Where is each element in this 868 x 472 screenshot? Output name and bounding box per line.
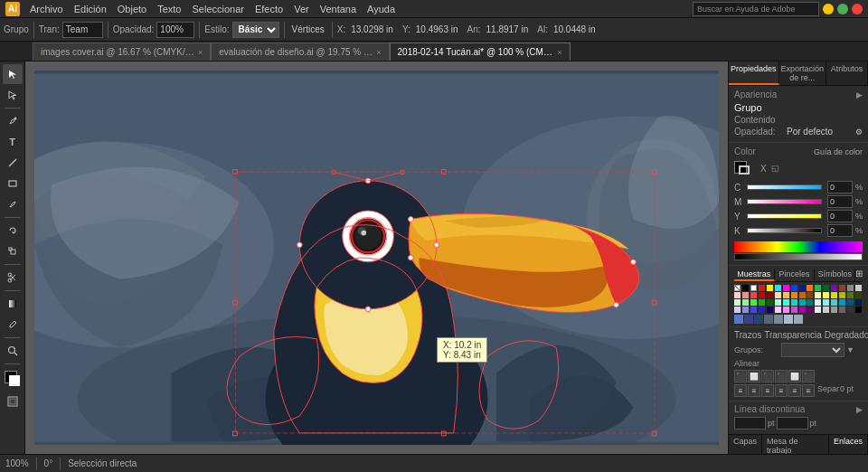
- swatch-none[interactable]: [734, 285, 741, 291]
- swatch-2-1[interactable]: [742, 292, 749, 298]
- color-guide-link[interactable]: Guía de color: [814, 147, 863, 156]
- swatch-3-10[interactable]: [815, 299, 821, 306]
- swatch-magenta[interactable]: [783, 285, 789, 291]
- align-right[interactable]: ⬛: [761, 370, 774, 382]
- swatch-2-10[interactable]: [815, 292, 821, 298]
- swatch-2-3[interactable]: [759, 292, 765, 298]
- swatch-2-2[interactable]: [750, 292, 757, 298]
- swatch-3-15[interactable]: [855, 299, 862, 306]
- grid-view-icon[interactable]: ⊞: [855, 269, 863, 281]
- distribute-3[interactable]: ≡: [761, 384, 774, 397]
- group-options[interactable]: ▼: [846, 345, 854, 354]
- swatch-lightgray[interactable]: [855, 285, 862, 291]
- swatch-extra-4[interactable]: [764, 315, 773, 324]
- brush-tool[interactable]: [3, 194, 23, 214]
- distribute-1[interactable]: ≡: [734, 384, 747, 397]
- bottom-tab-enlaces[interactable]: Enlaces: [829, 435, 868, 454]
- m-input[interactable]: [827, 195, 853, 208]
- line-tool[interactable]: [3, 153, 23, 173]
- swatch-4-13[interactable]: [839, 307, 845, 313]
- transform-input[interactable]: [62, 22, 103, 38]
- swatch-3-0[interactable]: [734, 299, 741, 306]
- align-left[interactable]: ⬛: [734, 370, 747, 382]
- swatch-2-14[interactable]: [847, 292, 854, 298]
- tab-exportacion[interactable]: Exportación de re...: [779, 61, 827, 85]
- menu-archivo[interactable]: Archivo: [25, 3, 68, 15]
- tab-simbolos[interactable]: Símbolos: [815, 269, 855, 281]
- none-fill-icon[interactable]: ◱: [771, 164, 779, 173]
- scissors-tool[interactable]: [3, 268, 23, 288]
- swatch-black[interactable]: [742, 285, 749, 291]
- swatch-orange[interactable]: [807, 285, 813, 291]
- swatch-4-14[interactable]: [847, 307, 854, 313]
- swatch-darkgreen[interactable]: [823, 285, 829, 291]
- swatch-3-2[interactable]: [750, 299, 757, 306]
- swatch-4-11[interactable]: [823, 307, 829, 313]
- align-center-h[interactable]: ⬜: [748, 370, 760, 382]
- tab-2-close[interactable]: ×: [557, 48, 561, 57]
- swatch-2-0[interactable]: [734, 292, 741, 298]
- bottom-tab-mesa[interactable]: Mesa de trabajo: [762, 435, 829, 454]
- swatch-yellow[interactable]: [767, 285, 773, 291]
- tab-1-close[interactable]: ×: [376, 48, 381, 57]
- tab-propiedades[interactable]: Propiedades: [729, 61, 779, 85]
- align-top[interactable]: ⬛: [775, 370, 788, 382]
- swatch-2-4[interactable]: [767, 292, 773, 298]
- trazos-tab[interactable]: Trazos: [734, 330, 761, 340]
- color-spectrum[interactable]: [734, 241, 863, 252]
- close-btn[interactable]: [852, 4, 863, 14]
- swatch-3-3[interactable]: [759, 299, 765, 306]
- swatch-4-1[interactable]: [742, 307, 749, 313]
- menu-objeto[interactable]: Objeto: [113, 3, 151, 15]
- swatch-3-4[interactable]: [767, 299, 773, 306]
- swatch-extra-2[interactable]: [744, 315, 753, 324]
- swatch-blue[interactable]: [791, 285, 797, 291]
- swatch-3-13[interactable]: [839, 299, 845, 306]
- rect-tool[interactable]: [3, 174, 23, 194]
- swatch-3-6[interactable]: [783, 299, 789, 306]
- linea-expand-icon[interactable]: ▶: [856, 405, 863, 414]
- swatch-brown[interactable]: [839, 285, 845, 291]
- swatch-4-8[interactable]: [799, 307, 806, 313]
- expand-icon[interactable]: ▶: [856, 90, 863, 99]
- maximize-btn[interactable]: [837, 4, 848, 14]
- tab-0[interactable]: images cover.ai @ 16.67 % (CMYK/Previsua…: [33, 42, 211, 61]
- k-input[interactable]: [827, 224, 853, 237]
- c-input[interactable]: [827, 181, 853, 194]
- lightness-bar[interactable]: [734, 253, 863, 260]
- swatch-4-10[interactable]: [815, 307, 821, 313]
- swatch-4-0[interactable]: [734, 307, 741, 313]
- zoom-tool[interactable]: [3, 341, 23, 361]
- menu-seleccionar[interactable]: Seleccionar: [187, 3, 248, 15]
- swatch-4-3[interactable]: [759, 307, 765, 313]
- swatch-3-9[interactable]: [807, 299, 813, 306]
- swatch-4-12[interactable]: [831, 307, 837, 313]
- swatch-2-8[interactable]: [799, 292, 806, 298]
- swatch-extra-3[interactable]: [754, 315, 763, 324]
- distribute-5[interactable]: ≡: [788, 384, 801, 397]
- swatch-4-4[interactable]: [767, 307, 773, 313]
- swatch-2-12[interactable]: [831, 292, 837, 298]
- distribute-2[interactable]: ≡: [748, 384, 760, 397]
- gradient-tool[interactable]: [3, 294, 23, 314]
- swatch-darkblue[interactable]: [799, 285, 806, 291]
- align-center-v[interactable]: ⬜: [788, 370, 801, 382]
- swatch-3-7[interactable]: [791, 299, 797, 306]
- pen-tool[interactable]: [3, 111, 23, 131]
- group-select[interactable]: [781, 343, 844, 357]
- swatch-2-6[interactable]: [783, 292, 789, 298]
- scale-tool[interactable]: [3, 241, 23, 261]
- distribute-6[interactable]: ≡: [802, 384, 815, 397]
- swatch-4-9[interactable]: [807, 307, 813, 313]
- distribute-4[interactable]: ≡: [775, 384, 788, 397]
- swatch-3-1[interactable]: [742, 299, 749, 306]
- tab-2[interactable]: 2018-02-14 Tucán.ai* @ 100 % (CMYK/Previ…: [390, 42, 571, 61]
- tab-muestras[interactable]: Muestras: [734, 269, 775, 281]
- canvas-area[interactable]: X: 10.2 in Y: 8.43 in: [25, 61, 728, 454]
- style-dropdown[interactable]: Básico: [232, 22, 279, 38]
- tab-atributos[interactable]: Atributos: [826, 61, 868, 85]
- swatch-extra-1[interactable]: [734, 315, 743, 324]
- opacity-input[interactable]: [156, 22, 194, 38]
- opacity-options-icon[interactable]: ⚙: [855, 127, 863, 137]
- swatch-red[interactable]: [759, 285, 765, 291]
